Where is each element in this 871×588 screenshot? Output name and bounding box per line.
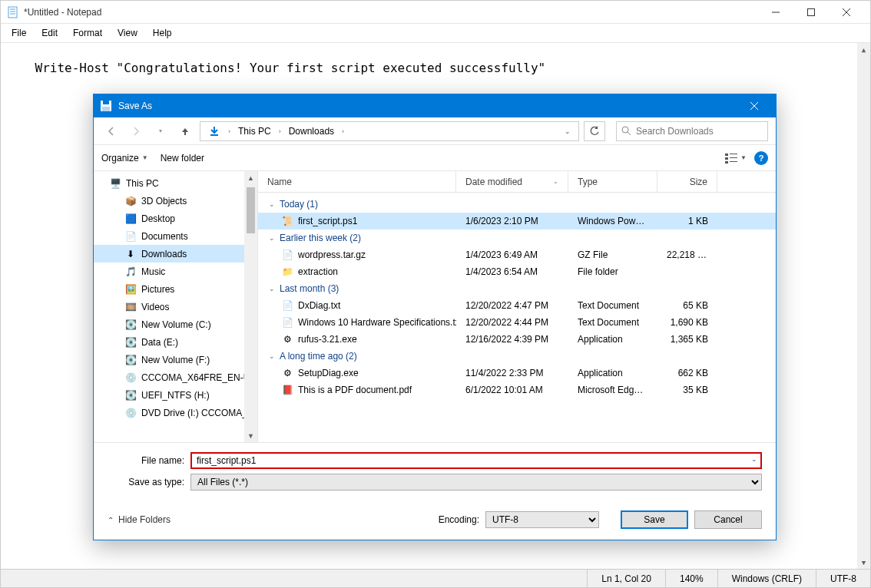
cancel-button[interactable]: Cancel (694, 510, 762, 529)
breadcrumb-downloads[interactable]: Downloads (284, 124, 339, 138)
tree-item[interactable]: 💽New Volume (C:) (94, 315, 257, 333)
tree-item[interactable]: 💿CCCOMA_X64FRE_EN-US_DV (94, 368, 257, 386)
tree-item[interactable]: 💽Data (E:) (94, 333, 257, 351)
notepad-titlebar[interactable]: *Untitled - Notepad (1, 1, 870, 24)
help-button[interactable]: ? (754, 151, 768, 165)
file-group-header[interactable]: ⌄A long time ago (2) (258, 348, 776, 365)
file-group-header[interactable]: ⌄Earlier this week (2) (258, 230, 776, 246)
menu-format[interactable]: Format (67, 25, 108, 41)
encoding-label: Encoding: (439, 514, 479, 525)
dialog-toolbar: Organize▼ New folder ▼ ? (94, 145, 776, 171)
folder-tree[interactable]: 🖥️This PC📦3D Objects🟦Desktop📄Documents⬇D… (94, 171, 258, 442)
scroll-thumb[interactable] (247, 187, 255, 233)
file-row[interactable]: 📕This is a PDF document.pdf6/1/2022 10:0… (258, 382, 776, 398)
column-date[interactable]: Date modified⌄ (456, 171, 568, 192)
drive-icon: 💽 (124, 389, 137, 401)
file-row[interactable]: ⚙SetupDiag.exe11/4/2022 2:33 PMApplicati… (258, 365, 776, 382)
tree-item[interactable]: ⬇Downloads (94, 245, 257, 263)
folder-icon: 📁 (281, 266, 293, 278)
status-position: Ln 1, Col 20 (587, 570, 665, 587)
exe-icon: ⚙ (281, 333, 293, 345)
file-row[interactable]: 📄Windows 10 Hardware Specifications.txt1… (258, 314, 776, 331)
tree-item[interactable]: 💿DVD Drive (I:) CCCOMA_X64 (94, 404, 257, 421)
drive-icon: 💽 (124, 354, 137, 366)
search-input[interactable] (636, 126, 763, 137)
minimize-button[interactable] (758, 1, 793, 24)
file-name: wordpress.tar.gz (298, 249, 366, 260)
address-dropdown-icon[interactable]: ⌄ (560, 127, 575, 135)
dialog-close-button[interactable] (739, 94, 770, 117)
file-row[interactable]: 📄wordpress.tar.gz1/4/2023 6:49 AMGZ File… (258, 246, 776, 263)
tree-item[interactable]: 💽New Volume (F:) (94, 351, 257, 368)
nav-back-button[interactable] (101, 121, 121, 141)
file-group-header[interactable]: ⌄Last month (3) (258, 280, 776, 297)
filename-input[interactable] (190, 452, 762, 469)
chevron-right-icon[interactable]: › (277, 127, 283, 135)
videos-icon: 🎞️ (124, 301, 137, 313)
notepad-icon (7, 6, 19, 18)
file-list[interactable]: ⌄Today (1)📜first_script.ps11/6/2023 2:10… (258, 193, 776, 442)
file-group-header[interactable]: ⌄Today (1) (258, 196, 776, 213)
nav-up-button[interactable] (175, 121, 195, 141)
menu-edit[interactable]: Edit (35, 25, 64, 41)
file-row[interactable]: 📁extraction1/4/2023 6:54 AMFile folder (258, 263, 776, 280)
search-box[interactable] (616, 121, 768, 141)
chevron-right-icon[interactable]: › (227, 127, 232, 135)
file-name: SetupDiag.exe (298, 368, 359, 378)
exe-icon: ⚙ (281, 367, 293, 379)
close-button[interactable] (829, 1, 864, 24)
tree-scrollbar[interactable]: ▲ ▼ (244, 171, 257, 442)
file-row[interactable]: 📄DxDiag.txt12/20/2022 4:47 PMText Docume… (258, 297, 776, 314)
chevron-down-icon: ⌄ (269, 352, 275, 360)
tree-item[interactable]: 🖼️Pictures (94, 280, 257, 298)
view-options-button[interactable]: ▼ (725, 153, 747, 164)
tree-item[interactable]: 🎵Music (94, 263, 257, 280)
nav-forward-button[interactable] (126, 121, 146, 141)
tree-item[interactable]: 📄Documents (94, 227, 257, 245)
chevron-right-icon[interactable]: › (340, 127, 346, 135)
scroll-up-icon[interactable]: ▲ (857, 43, 870, 56)
tree-item[interactable]: 🟦Desktop (94, 210, 257, 227)
new-folder-button[interactable]: New folder (161, 153, 204, 164)
organize-button[interactable]: Organize▼ (101, 153, 148, 164)
breadcrumb-this-pc[interactable]: This PC (233, 124, 276, 138)
tree-item[interactable]: 💽UEFI_NTFS (H:) (94, 386, 257, 404)
savetype-select[interactable]: All Files (*.*) (190, 474, 762, 491)
menu-help[interactable]: Help (147, 25, 178, 41)
status-eol: Windows (CRLF) (717, 570, 816, 587)
encoding-select[interactable]: UTF-8 (485, 511, 599, 528)
notepad-menu: File Edit Format View Help (1, 24, 870, 43)
menu-view[interactable]: View (111, 25, 144, 41)
refresh-button[interactable] (584, 121, 605, 141)
scroll-down-icon[interactable]: ▼ (857, 556, 870, 569)
documents-icon: 📄 (124, 230, 137, 243)
tree-item[interactable]: 🎞️Videos (94, 298, 257, 315)
savetype-label: Save as type: (108, 477, 190, 487)
tree-item[interactable]: 🖥️This PC (94, 174, 257, 192)
file-type: Application (568, 334, 657, 345)
column-size[interactable]: Size (657, 171, 717, 192)
column-type[interactable]: Type (568, 171, 657, 192)
file-row[interactable]: 📜first_script.ps11/6/2023 2:10 PMWindows… (258, 213, 776, 230)
tree-item[interactable]: 📦3D Objects (94, 192, 257, 210)
scroll-down-icon[interactable]: ▼ (244, 429, 257, 442)
column-name[interactable]: Name (258, 171, 456, 192)
dialog-titlebar[interactable]: Save As (94, 94, 776, 117)
save-button[interactable]: Save (621, 510, 688, 529)
vertical-scrollbar[interactable]: ▲ ▼ (857, 43, 870, 569)
dvd-icon: 💿 (124, 407, 137, 419)
tree-item-label: Data (E:) (141, 337, 178, 348)
menu-file[interactable]: File (5, 25, 32, 41)
file-date: 11/4/2022 2:33 PM (456, 368, 568, 378)
svg-rect-17 (730, 154, 737, 154)
hide-folders-button[interactable]: ⌃ Hide Folders (108, 514, 171, 525)
nav-recent-button[interactable]: ▾ (151, 121, 171, 141)
pdf-icon: 📕 (281, 384, 293, 396)
file-row[interactable]: ⚙rufus-3.21.exe12/16/2022 4:39 PMApplica… (258, 331, 776, 348)
address-bar[interactable]: › This PC › Downloads › ⌄ (200, 121, 579, 141)
file-size: 662 KB (657, 368, 717, 378)
scroll-up-icon[interactable]: ▲ (244, 171, 257, 184)
file-date: 6/1/2022 10:01 AM (456, 385, 568, 395)
tree-item-label: New Volume (F:) (141, 355, 210, 365)
maximize-button[interactable] (793, 1, 829, 24)
